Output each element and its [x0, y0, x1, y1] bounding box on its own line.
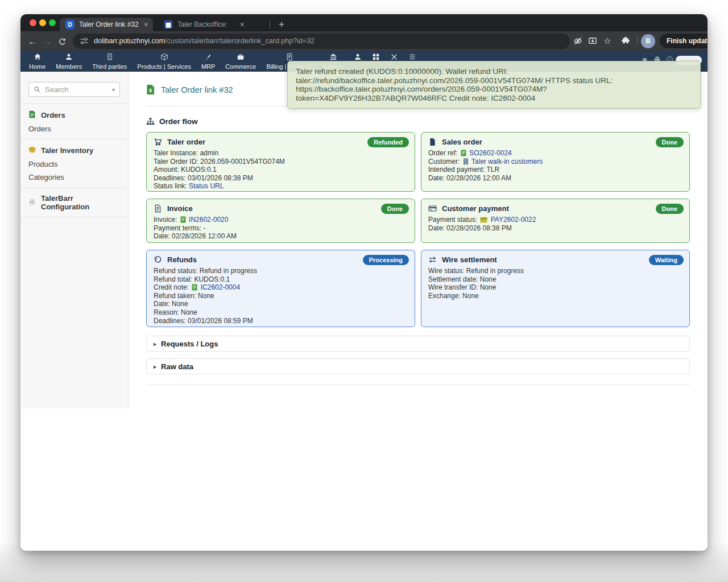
card-line-label: Wire transfer ID: [428, 283, 480, 291]
sidebar-section-label: Taler Inventory [41, 146, 93, 155]
card-line-value: - [203, 224, 205, 232]
card-line-label: Intended payment: [428, 166, 487, 174]
menubar-item-members[interactable]: Members [52, 53, 86, 70]
link-taler-walk-in-customers[interactable]: Taler walk-in customers [471, 158, 543, 166]
tab-strip: D Taler Order link #32 × ▦ Taler Backoff… [20, 14, 708, 31]
notification-line: token=X4DFV9Y26H32B7ABQR7W046RFC Credit … [296, 94, 692, 103]
requests-logs-accordion[interactable]: ▸ Requests / Logs [146, 336, 690, 352]
status-badge: Done [381, 204, 410, 214]
card-line-label: Exchange: [428, 292, 462, 300]
card-line-label: Deadlines: [154, 317, 188, 325]
card-line-label: Reason: [154, 308, 181, 316]
url-bar[interactable]: dolibarr.potuzhnyi.com/custom/talerbarr/… [73, 34, 570, 49]
menubar-item-products-services[interactable]: Products | Services [133, 53, 195, 70]
card-sales-order: Sales orderDoneOrder ref: SO2602-0024Cus… [421, 132, 690, 192]
accordion-label: Raw data [161, 362, 193, 371]
chevron-down-icon[interactable]: ▾ [112, 86, 115, 93]
menubar-item-third-parties[interactable]: Third parties [88, 53, 131, 70]
card-title: Refunds [167, 255, 197, 264]
status-badge: Processing [363, 255, 409, 265]
dolibarr-favicon-icon: D [65, 20, 75, 29]
tab-close-icon[interactable]: × [240, 20, 245, 28]
sidebar-item-products[interactable]: Products [20, 158, 128, 171]
sidebar-search-input[interactable]: Search ▾ [28, 82, 120, 97]
card-header: Sales order [428, 136, 682, 147]
raw-data-accordion[interactable]: ▸ Raw data [146, 358, 690, 374]
building-icon [106, 53, 114, 63]
menubar-item-home[interactable]: Home [25, 53, 49, 70]
tab-taler-backoffice[interactable]: ▦ Taler Backoffice: × [158, 18, 249, 31]
site-info-icon[interactable] [80, 36, 89, 46]
tab-taler-order-link[interactable]: D Taler Order link #32 × [60, 18, 153, 31]
url-text: dolibarr.potuzhnyi.com/custom/talerbarr/… [94, 37, 315, 45]
card-line-payment-status: Payment status: PAY2602-0022 [428, 216, 682, 224]
order-flow-label: Order flow [159, 117, 198, 126]
doc-green-icon [191, 283, 198, 291]
sidebar-section-title-orders[interactable]: Orders [20, 109, 128, 122]
notification-line: https://backoffice.taler.potuzhnyi.com/o… [296, 85, 692, 94]
card-line-amount: Amount: KUDOS:0.1 [154, 166, 408, 174]
sidebar-section-title-talerbarr-configuration[interactable]: TalerBarr Configuration [20, 193, 128, 213]
card-line-value: Refund in progress [466, 267, 524, 275]
tracking-blocked-icon[interactable] [571, 34, 585, 48]
card-header: Wire settlement [428, 254, 682, 265]
card-line-order-ref: Order ref: SO2602-0024 [428, 149, 682, 158]
finish-update-button[interactable]: Finish update ⋮ [660, 34, 708, 48]
menubar-item-mrp[interactable]: MRP [197, 53, 219, 70]
reload-button[interactable] [55, 36, 69, 46]
link-ic2602-0004[interactable]: IC2602-0004 [201, 283, 240, 291]
link-in2602-0020[interactable]: IN2602-0020 [189, 216, 228, 224]
tab-close-icon[interactable]: × [144, 20, 148, 28]
taler-favicon-icon: ▦ [164, 20, 173, 29]
menubar-item-commerce[interactable]: Commerce [221, 53, 260, 70]
window-close-button[interactable] [30, 19, 36, 26]
window-zoom-button[interactable] [49, 19, 56, 26]
refund-notification-banner: Taler refund created (KUDOS:0.10000000).… [287, 61, 701, 109]
card-line-exchange: Exchange: None [428, 292, 682, 300]
card-line-label: Credit note: [154, 283, 191, 291]
window-minimize-button[interactable] [39, 19, 46, 26]
card-title: Invoice [167, 204, 193, 213]
card-line-value: None [198, 292, 214, 300]
card-line-value: None [480, 283, 497, 291]
link-pay2602-0022[interactable]: PAY2602-0022 [491, 216, 536, 224]
profile-avatar[interactable]: B [641, 34, 655, 48]
tab-divider [270, 21, 270, 29]
card-line-taler-instance: Taler Instance: admin [154, 149, 408, 158]
sidebar-section-title-taler-inventory[interactable]: Taler Inventory [20, 145, 128, 158]
link-status-url[interactable]: Status URL [189, 182, 224, 190]
forward-button[interactable]: → [40, 36, 55, 46]
card-line-intended-payment: Intended payment: TLR [428, 166, 682, 174]
sidebar-section-talerbarr-configuration: TalerBarr Configuration [20, 187, 128, 217]
card-wire-settlement: Wire settlementWaitingWire status: Refun… [421, 250, 690, 327]
card-line-invoice: Invoice: IN2602-0020 [154, 216, 408, 224]
card-title: Wire settlement [442, 255, 497, 264]
back-button[interactable]: ← [25, 36, 40, 46]
sidebar-item-categories[interactable]: Categories [20, 171, 128, 184]
card-header: Customer payment [428, 203, 682, 214]
file-green-icon [28, 110, 41, 120]
card-line-label: Date: [428, 224, 446, 232]
status-badge: Refunded [367, 137, 409, 147]
card-line-deadlines: Deadlines: 03/01/2026 08:38 PM [154, 174, 408, 183]
page-title-row: $ Taler Order link #32 [146, 84, 233, 95]
sidebar-section-label: Orders [41, 111, 65, 119]
link-so2602-0024[interactable]: SO2602-0024 [469, 149, 512, 157]
invoice-icon [154, 204, 162, 213]
brush-icon [204, 53, 212, 63]
card-line-label: Date: [154, 300, 172, 308]
bookmark-star-icon[interactable]: ☆ [601, 34, 614, 48]
status-badge: Done [656, 137, 684, 147]
tab-title: Taler Order link #32 [79, 20, 139, 28]
sidebar-section-taler-inventory: Taler InventoryProductsCategories [20, 139, 128, 187]
sidebar-item-orders[interactable]: Orders [20, 122, 128, 135]
card-line-customer: Customer: Taler walk-in customers [428, 158, 682, 166]
card-line-settlement-date: Settlement date: None [428, 275, 682, 284]
card-header: Invoice [154, 203, 408, 214]
card-line-label: Refund taken: [154, 292, 198, 300]
install-app-icon[interactable] [586, 34, 599, 48]
new-tab-button[interactable]: + [275, 18, 288, 31]
extensions-puzzle-icon[interactable] [619, 34, 632, 48]
tab-title: Taler Backoffice: [177, 20, 235, 28]
card-line-value: 02/28/2026 12:00 AM [446, 174, 511, 182]
